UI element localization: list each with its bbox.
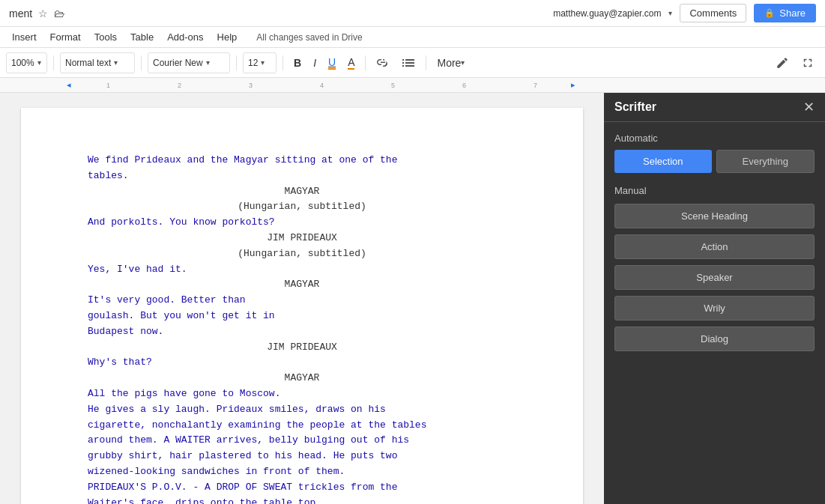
zoom-dropdown-arrow: ▾ [37,58,41,67]
sep5 [365,55,366,70]
ruler-6: 6 [429,82,500,89]
italic-button[interactable]: I [309,52,321,73]
ruler-right-arrow: ▸ [571,80,575,90]
script-block-4: MAGYAR It's very good. Better than goula… [88,277,516,339]
top-bar-left: ment ☆ 🗁 [9,7,64,19]
ruler-1: 1 [73,82,144,89]
link-button[interactable] [372,52,394,73]
pen-button[interactable] [771,52,794,73]
script-block-3: JIM PRIDEAUX (Hungarian, subtitled) Yes,… [88,231,516,277]
link-icon [376,58,390,68]
action-4: All the pigs have gone to Moscow. [88,386,516,402]
menu-insert[interactable]: Insert [6,29,43,45]
svg-rect-1 [405,59,414,61]
char-4: JIM PRIDEAUX [88,340,516,356]
sep3 [236,55,237,70]
paren-1: (Hungarian, subtitled) [88,199,516,215]
ruler: ◂ 1 2 3 4 5 6 7 ▸ [0,78,825,93]
scene-heading-button[interactable]: Scene Heading [614,204,815,228]
action-7: around them. A WAITER arrives, belly bul… [88,433,516,449]
action-3c: Budapest now. [88,324,516,340]
font-color-button[interactable]: A [343,52,359,73]
list-button[interactable] [397,52,420,73]
action-3a: It's very good. Better than [88,293,516,309]
star-icon[interactable]: ☆ [38,7,48,19]
menu-table[interactable]: Table [124,29,160,45]
script-block-6: MAGYAR All the pigs have gone to Moscow.… [88,371,516,504]
collapse-button[interactable] [797,52,819,73]
list-icon [402,58,415,68]
action-9: wizened-looking sandwiches in front of t… [88,464,516,480]
script-block-1: We find Prideaux and the Magyar sitting … [88,153,516,184]
svg-rect-0 [402,59,404,61]
action-11: Waiter's face, drips onto the table top. [88,496,516,504]
share-button[interactable]: 🔒 Share [754,4,816,22]
char-2: JIM PRIDEAUX [88,231,516,246]
scrifter-header: Scrifter ✕ [604,93,825,122]
action-8: grubby shirt, hair plastered to his head… [88,449,516,464]
selection-button[interactable]: Selection [614,150,712,173]
pen-icon [776,56,789,70]
dialog-button[interactable]: Dialog [614,327,815,351]
comments-button[interactable]: Comments [680,4,746,22]
more-button[interactable]: More ▾ [432,52,469,73]
menu-format[interactable]: Format [44,29,87,45]
font-dropdown-arrow: ▾ [206,58,210,67]
underline-button[interactable]: U [324,52,340,73]
top-bar: ment ☆ 🗁 matthew.guay@zapier.com ▾ Comme… [0,0,825,27]
menu-help[interactable]: Help [211,29,244,45]
svg-rect-3 [405,62,414,64]
folder-icon[interactable]: 🗁 [54,7,64,19]
action-line-2: tables. [88,168,516,184]
wrily-button[interactable]: Wrily [614,296,815,321]
user-dropdown-arrow[interactable]: ▾ [668,9,672,17]
saved-status: All changes saved in Drive [256,32,362,43]
user-email: matthew.guay@zapier.com [553,8,661,19]
zoom-select[interactable]: 100% ▾ [6,52,47,73]
scrifter-panel: Scrifter ✕ Automatic Selection Everythin… [604,93,825,504]
dialog-1: And porkolts. You know porkolts? [88,215,516,231]
collapse-icon [801,56,815,70]
char-3: MAGYAR [88,277,516,293]
action-10: PRIDEAUX'S P.O.V. - A DROP OF SWEAT tric… [88,480,516,496]
dialog-3: Why's that? [88,355,516,371]
ruler-left-arrow: ◂ [67,80,71,90]
page[interactable]: We find Prideaux and the Magyar sitting … [21,108,583,504]
char-5: MAGYAR [88,371,516,386]
font-select[interactable]: Courier New ▾ [148,52,230,73]
size-dropdown-arrow: ▾ [261,58,265,67]
action-button[interactable]: Action [614,234,815,259]
menu-addons[interactable]: Add-ons [161,29,209,45]
doc-area[interactable]: We find Prideaux and the Magyar sitting … [0,93,604,504]
style-select[interactable]: Normal text ▾ [60,52,135,73]
action-line-1: We find Prideaux and the Magyar sitting … [88,153,516,168]
sep4 [282,55,283,70]
style-dropdown-arrow: ▾ [114,58,118,67]
top-bar-right: matthew.guay@zapier.com ▾ Comments 🔒 Sha… [553,4,816,22]
script-block-2: MAGYAR (Hungarian, subtitled) And porkol… [88,184,516,231]
automatic-btn-group: Selection Everything [614,150,815,173]
lock-icon: 🔒 [764,8,775,18]
doc-title: ment [9,7,32,19]
action-3b: goulash. But you won't get it in [88,309,516,324]
ruler-2: 2 [144,82,215,89]
action-5: He gives a sly laugh. Prideaux smiles, d… [88,402,516,418]
menu-bar: Insert Format Tools Table Add-ons Help A… [0,27,825,48]
menu-tools[interactable]: Tools [88,29,123,45]
manual-section: Manual Scene Heading Action Speaker Wril… [614,185,815,351]
sep6 [426,55,426,70]
ruler-3: 3 [215,82,286,89]
automatic-label: Automatic [614,133,815,144]
ruler-7: 7 [500,82,571,89]
toolbar: 100% ▾ Normal text ▾ Courier New ▾ 12 ▾ … [0,48,825,78]
everything-button[interactable]: Everything [716,150,815,173]
speaker-button[interactable]: Speaker [614,265,815,290]
ruler-5: 5 [357,82,429,89]
size-select[interactable]: 12 ▾ [243,52,276,73]
action-6: cigarette, nonchalantly examining the pe… [88,418,516,434]
paren-2: (Hungarian, subtitled) [88,246,516,262]
scrifter-close-button[interactable]: ✕ [803,100,815,114]
scrifter-body: Automatic Selection Everything Manual Sc… [604,122,825,368]
bold-button[interactable]: B [289,52,306,73]
svg-rect-5 [405,65,414,67]
